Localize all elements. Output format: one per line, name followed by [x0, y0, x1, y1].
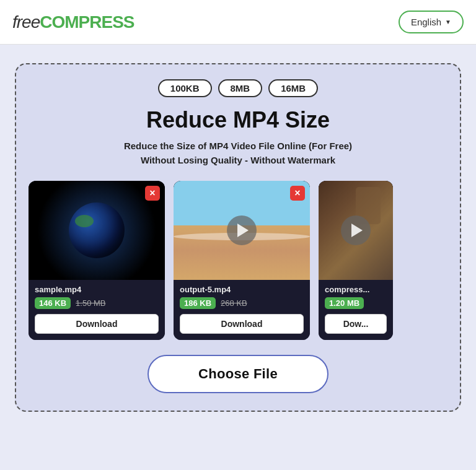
choose-file-button[interactable]: Choose File: [148, 355, 328, 393]
play-button-3[interactable]: [341, 215, 371, 245]
compressed-size-3: 1.20 MB: [325, 297, 364, 309]
video-info-1: sample.mp4 146 KB 1.50 MB Download: [29, 280, 165, 340]
size-badges: 100KB 8MB 16MB: [29, 79, 447, 97]
video-sizes-2: 186 KB 268 KB: [180, 297, 304, 309]
video-sizes-1: 146 KB 1.50 MB: [35, 297, 159, 309]
close-button-2[interactable]: ×: [290, 186, 305, 201]
video-name-2: output-5.mp4: [180, 285, 304, 294]
video-card-3: compress... 1.20 MB Dow...: [319, 181, 393, 340]
earth-graphic: [69, 202, 125, 258]
size-badge-100kb[interactable]: 100KB: [158, 79, 212, 97]
header: freeCOMPRESS English ▼: [0, 0, 476, 45]
download-button-1[interactable]: Download: [35, 314, 159, 334]
video-list: × sample.mp4 146 KB 1.50 MB Download: [29, 181, 447, 340]
page-title: Reduce MP4 Size: [29, 107, 447, 133]
upload-card: 100KB 8MB 16MB Reduce MP4 Size Reduce th…: [15, 63, 461, 412]
main-content: 100KB 8MB 16MB Reduce MP4 Size Reduce th…: [0, 45, 476, 470]
original-size-1: 1.50 MB: [76, 298, 105, 308]
logo-free: free: [12, 12, 40, 32]
video-name-3: compress...: [325, 285, 387, 294]
video-card-1: × sample.mp4 146 KB 1.50 MB Download: [29, 181, 165, 340]
choose-file-section: Choose File: [29, 355, 447, 393]
video-info-3: compress... 1.20 MB Dow...: [319, 280, 393, 340]
video-sizes-3: 1.20 MB: [325, 297, 387, 309]
language-label: English: [411, 17, 441, 27]
language-selector[interactable]: English ▼: [399, 11, 464, 33]
video-thumb-1[interactable]: ×: [29, 181, 165, 280]
compressed-size-1: 146 KB: [35, 297, 71, 309]
page-subtitle: Reduce the Size of MP4 Video File Online…: [29, 139, 447, 167]
close-button-1[interactable]: ×: [145, 186, 160, 201]
original-size-2: 268 KB: [221, 298, 247, 308]
download-button-3[interactable]: Dow...: [325, 314, 387, 334]
size-badge-16mb[interactable]: 16MB: [268, 79, 318, 97]
logo: freeCOMPRESS: [12, 12, 134, 32]
compressed-size-2: 186 KB: [180, 297, 216, 309]
video-thumb-3[interactable]: [319, 181, 393, 280]
video-info-2: output-5.mp4 186 KB 268 KB Download: [174, 280, 310, 340]
logo-compress: COMPRESS: [40, 12, 134, 32]
video-card-2: × output-5.mp4 186 KB 268 KB Download: [174, 181, 310, 340]
size-badge-8mb[interactable]: 8MB: [218, 79, 263, 97]
play-button-2[interactable]: [227, 215, 257, 245]
download-button-2[interactable]: Download: [180, 314, 304, 334]
video-thumb-2[interactable]: ×: [174, 181, 310, 280]
chevron-down-icon: ▼: [445, 19, 451, 25]
video-name-1: sample.mp4: [35, 285, 159, 294]
